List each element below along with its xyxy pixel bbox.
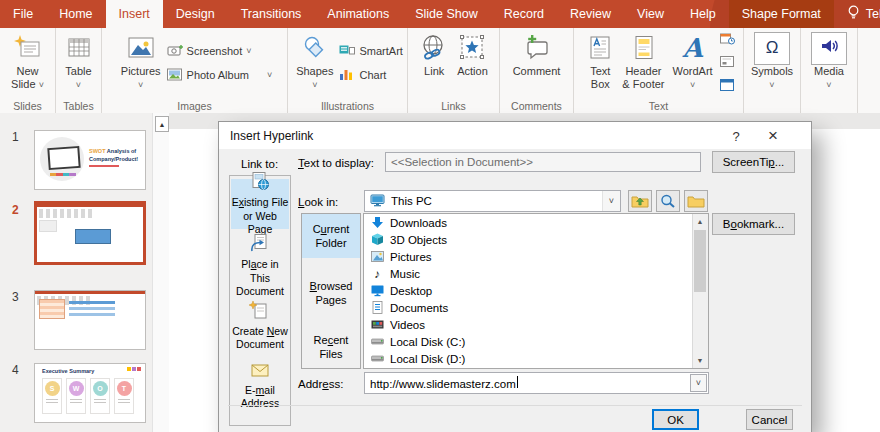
text-to-display-field[interactable]: <<Selection in Document>> bbox=[385, 152, 701, 172]
look-in-combobox[interactable]: This PC ˅ bbox=[364, 190, 621, 212]
scroll-up-button[interactable]: ▲ bbox=[155, 116, 169, 132]
photo-album-button[interactable]: Photo Album ˅ bbox=[167, 68, 273, 83]
dialog-title: Insert Hyperlink bbox=[219, 122, 811, 149]
file-item-downloads[interactable]: Downloads bbox=[364, 214, 708, 231]
chevron-down-icon: ˅ bbox=[39, 80, 44, 90]
group-symbols: Ω Symbols˅ bbox=[744, 28, 801, 113]
symbols-button[interactable]: Ω Symbols˅ bbox=[747, 30, 797, 92]
object-button[interactable] bbox=[720, 77, 735, 95]
tab-shape-format[interactable]: Shape Format bbox=[729, 0, 834, 28]
tab-record[interactable]: Record bbox=[491, 0, 557, 28]
slide-number: 3 bbox=[12, 290, 19, 304]
disk-drive-icon bbox=[370, 335, 384, 348]
chevron-down-icon[interactable]: ˅ bbox=[690, 374, 707, 392]
link-to-place-in-document[interactable]: Place in ThisDocument bbox=[231, 241, 289, 291]
pictures-button[interactable]: Pictures˅ bbox=[117, 30, 165, 92]
slide2-blue-rectangle bbox=[75, 229, 111, 244]
tab-transitions[interactable]: Transitions bbox=[228, 0, 315, 28]
link-button[interactable]: Link bbox=[415, 30, 453, 80]
group-links: Link Action Links bbox=[408, 28, 500, 113]
ok-button[interactable]: OK bbox=[652, 409, 699, 430]
new-slide-icon bbox=[12, 32, 42, 64]
slide-number: 1 bbox=[12, 130, 19, 144]
group-label-illustrations: Illustrations bbox=[288, 100, 407, 112]
date-time-button[interactable] bbox=[720, 31, 735, 49]
dialog-help-button[interactable]: ? bbox=[727, 127, 745, 145]
shapes-icon bbox=[300, 32, 330, 64]
address-combobox[interactable]: http://www.slidemasterz.com ˅ bbox=[364, 372, 709, 394]
dialog-close-button[interactable]: × bbox=[763, 126, 783, 146]
file-item-documents[interactable]: Documents bbox=[364, 299, 708, 316]
slide-thumbnail-2[interactable] bbox=[34, 201, 146, 265]
screenshot-button[interactable]: Screenshot ˅ bbox=[167, 44, 273, 59]
smartart-icon bbox=[339, 44, 355, 59]
header-footer-button[interactable]: Header& Footer bbox=[618, 30, 668, 92]
chart-button[interactable]: Chart bbox=[339, 68, 402, 83]
tab-view[interactable]: View bbox=[624, 0, 677, 28]
slide-thumbnail-4[interactable]: Executive Summary S W O T bbox=[34, 363, 146, 423]
link-to-email-address[interactable]: E-mailAddress bbox=[231, 361, 289, 411]
tab-animations[interactable]: Animations bbox=[314, 0, 402, 28]
file-item-videos[interactable]: Videos bbox=[364, 316, 708, 333]
cancel-button[interactable]: Cancel bbox=[746, 409, 793, 430]
wordart-button[interactable]: A WordArt˅ bbox=[669, 30, 717, 92]
up-one-folder-button[interactable] bbox=[628, 190, 652, 212]
tab-review[interactable]: Review bbox=[557, 0, 624, 28]
tab-help[interactable]: Help bbox=[677, 0, 729, 28]
comment-icon bbox=[522, 32, 552, 64]
media-button[interactable]: Media˅ bbox=[807, 30, 851, 92]
film-icon bbox=[370, 318, 384, 331]
chevron-down-icon: ˅ bbox=[267, 71, 272, 80]
browse-file-button[interactable] bbox=[684, 190, 708, 212]
file-item-local-disk-c[interactable]: Local Disk (C:) bbox=[364, 333, 708, 350]
file-item-desktop[interactable]: Desktop bbox=[364, 282, 708, 299]
ribbon: NewSlide ˅ Slides Table˅ Tables Pictures… bbox=[0, 28, 880, 114]
group-label-text: Text bbox=[574, 100, 743, 112]
chevron-down-icon[interactable]: ˅ bbox=[602, 191, 620, 211]
tab-file[interactable]: File bbox=[0, 0, 46, 28]
scroll-down-button[interactable]: ▼ bbox=[693, 353, 707, 368]
slide-thumbnail-1[interactable]: SWOT Analysis ofCompany/Product! bbox=[34, 130, 146, 190]
new-slide-button[interactable]: NewSlide ˅ bbox=[7, 30, 48, 92]
group-illustrations: Shapes˅ SmartArt Chart Illustrations bbox=[288, 28, 408, 113]
existing-file-icon bbox=[249, 172, 271, 194]
file-item-local-disk-d[interactable]: Local Disk (D:) bbox=[364, 350, 708, 367]
slide-number-button[interactable] bbox=[720, 54, 735, 72]
file-list-scrollbar[interactable]: ▲ ▼ bbox=[692, 214, 708, 368]
tab-insert[interactable]: Insert bbox=[106, 0, 163, 28]
address-label: Address: bbox=[298, 378, 343, 390]
link-to-existing-file[interactable]: Existing Fileor Web Page bbox=[231, 179, 289, 229]
pictures-icon bbox=[126, 32, 156, 64]
recent-files-tab[interactable]: RecentFiles bbox=[302, 325, 360, 369]
scrollbar-thumb[interactable] bbox=[694, 230, 706, 292]
tab-home[interactable]: Home bbox=[46, 0, 105, 28]
link-to-create-new-document[interactable]: Create NewDocument bbox=[231, 301, 289, 351]
browsed-pages-tab[interactable]: BrowsedPages bbox=[302, 271, 360, 315]
group-label-comments: Comments bbox=[500, 100, 573, 112]
browse-web-button[interactable] bbox=[656, 190, 680, 212]
screentip-button[interactable]: ScreenTip... bbox=[712, 151, 795, 173]
text-box-button[interactable]: TextBox bbox=[582, 30, 618, 92]
table-button[interactable]: Table˅ bbox=[61, 30, 97, 92]
tab-design[interactable]: Design bbox=[163, 0, 228, 28]
shapes-button[interactable]: Shapes˅ bbox=[292, 30, 337, 92]
file-item-pictures[interactable]: Pictures bbox=[364, 248, 708, 265]
chevron-down-icon: ˅ bbox=[312, 80, 317, 90]
file-item-3d-objects[interactable]: 3D Objects bbox=[364, 231, 708, 248]
smartart-button[interactable]: SmartArt bbox=[339, 44, 402, 59]
tab-tell-me[interactable]: Tell me bbox=[834, 0, 880, 28]
tab-slide-show[interactable]: Slide Show bbox=[402, 0, 491, 28]
text-box-icon bbox=[586, 32, 614, 64]
bookmark-button[interactable]: Bookmark... bbox=[712, 213, 795, 235]
table-icon bbox=[65, 32, 93, 64]
scroll-up-button[interactable]: ▲ bbox=[693, 214, 707, 229]
group-images: Pictures˅ Screenshot ˅ Photo Album ˅ Ima… bbox=[102, 28, 288, 113]
panel-scrollbar[interactable]: ▲ bbox=[152, 113, 169, 432]
comment-button[interactable]: Comment bbox=[509, 30, 565, 80]
current-folder-tab[interactable]: CurrentFolder bbox=[302, 214, 360, 258]
lightbulb-icon bbox=[847, 5, 860, 23]
action-button[interactable]: Action bbox=[453, 30, 492, 80]
slide-thumbnail-3[interactable] bbox=[34, 290, 146, 350]
file-item-music[interactable]: ♪ Music bbox=[364, 265, 708, 282]
group-label-images: Images bbox=[102, 100, 287, 112]
